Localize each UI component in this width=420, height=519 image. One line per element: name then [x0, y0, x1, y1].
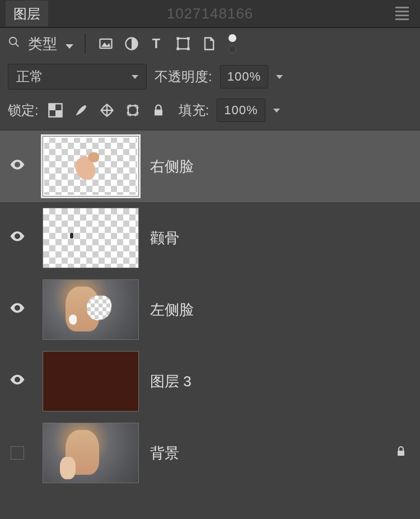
visibility-toggle[interactable] — [9, 300, 26, 320]
lock-paint-icon[interactable] — [72, 101, 90, 119]
fill-chevron[interactable] — [273, 109, 280, 113]
fill-value: 100% — [224, 103, 258, 118]
layer-row[interactable]: 背景 — [0, 417, 420, 489]
svg-marker-3 — [101, 43, 110, 47]
filter-pixel-icon[interactable] — [97, 35, 115, 53]
filter-shape-icon[interactable] — [174, 35, 192, 53]
lock-label: 锁定: — [8, 101, 39, 119]
lock-artboard-icon[interactable] — [124, 101, 142, 119]
chevron-down-icon — [132, 75, 138, 79]
layer-thumbnail[interactable] — [43, 423, 139, 483]
filter-type-icon[interactable]: T — [148, 35, 166, 53]
layer-thumbnail[interactable] — [43, 208, 139, 268]
opacity-input[interactable]: 100% — [220, 65, 268, 88]
watermark-text: 1027148166 — [167, 5, 254, 22]
svg-text:T: T — [152, 36, 160, 51]
tab-layers[interactable]: 图层 — [6, 1, 48, 26]
layer-row[interactable]: 颧骨 — [0, 202, 420, 274]
opacity-value: 100% — [227, 69, 261, 84]
layer-row[interactable]: 右侧脸 — [0, 130, 420, 202]
layer-thumbnail[interactable] — [43, 136, 139, 197]
filter-adjustment-icon[interactable] — [123, 35, 141, 53]
layers-list: 右侧脸 颧骨 — [0, 130, 420, 519]
fill-input[interactable]: 100% — [217, 99, 265, 122]
svg-rect-9 — [177, 48, 180, 50]
blend-row: 正常 不透明度: 100% — [0, 59, 420, 94]
toggle-dot-off — [228, 45, 236, 53]
svg-rect-10 — [187, 48, 190, 50]
blend-mode-value: 正常 — [16, 68, 43, 86]
layer-thumbnail[interactable] — [43, 351, 139, 412]
filter-type-select[interactable]: 类型 — [28, 34, 73, 54]
opacity-label: 不透明度: — [155, 68, 212, 86]
blend-mode-select[interactable]: 正常 — [8, 64, 147, 90]
lock-all-icon[interactable] — [150, 101, 167, 119]
svg-rect-16 — [398, 451, 404, 456]
visibility-toggle[interactable] — [9, 228, 26, 248]
svg-rect-13 — [55, 110, 62, 117]
lock-transparency-icon[interactable] — [46, 101, 64, 119]
svg-rect-6 — [178, 39, 189, 49]
layer-name[interactable]: 左侧脸 — [150, 300, 412, 320]
svg-point-0 — [10, 38, 17, 45]
layers-panel: 图层 1027148166 类型 T — [0, 0, 420, 519]
lock-icon — [394, 445, 408, 461]
divider — [85, 34, 86, 54]
layer-row[interactable]: 图层 3 — [0, 345, 420, 417]
layer-name[interactable]: 右侧脸 — [150, 157, 412, 176]
filter-smartobject-icon[interactable] — [200, 35, 218, 53]
svg-rect-7 — [177, 37, 180, 40]
visibility-toggle[interactable] — [9, 156, 26, 176]
svg-rect-15 — [155, 110, 162, 116]
lock-row: 锁定: 填充: 100% — [0, 94, 420, 130]
chevron-down-icon — [66, 44, 73, 49]
lock-position-icon[interactable] — [98, 101, 116, 119]
toggle-dot-on — [228, 34, 236, 42]
visibility-toggle[interactable] — [9, 371, 26, 391]
svg-rect-14 — [128, 106, 137, 115]
search-icon — [8, 36, 20, 52]
filter-type-label: 类型 — [28, 35, 57, 52]
layer-name[interactable]: 图层 3 — [150, 372, 412, 391]
svg-rect-8 — [187, 37, 190, 40]
svg-line-1 — [16, 44, 19, 47]
filter-toggle[interactable] — [228, 34, 237, 53]
filter-row: 类型 T — [0, 28, 420, 59]
layer-thumbnail[interactable] — [43, 279, 139, 340]
svg-rect-12 — [49, 104, 55, 110]
layer-row[interactable]: 左侧脸 — [0, 274, 420, 345]
layer-name[interactable]: 颧骨 — [150, 228, 412, 248]
fill-label: 填充: — [179, 101, 209, 119]
panel-tabbar: 图层 1027148166 — [0, 0, 420, 28]
opacity-chevron[interactable] — [276, 75, 283, 79]
layer-name[interactable]: 背景 — [150, 443, 379, 463]
visibility-toggle[interactable] — [11, 446, 24, 460]
panel-menu-icon[interactable] — [395, 4, 414, 22]
